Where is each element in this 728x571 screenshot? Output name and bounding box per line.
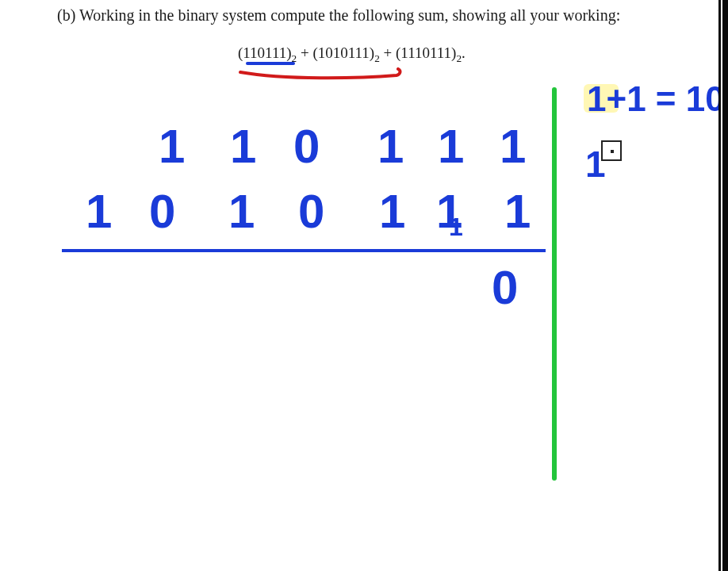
formula-term-c: (1110111) <box>396 44 456 61</box>
question-block: (b) Working in the binary system compute… <box>79 5 634 25</box>
vertical-divider <box>552 87 557 481</box>
hand-digit: 1 <box>86 184 112 239</box>
formula-sub-b: 2 <box>374 52 380 64</box>
right-border <box>718 0 728 571</box>
underline-red-icon <box>238 67 404 82</box>
formula-term-b: (1010111) <box>312 44 374 61</box>
hand-digit: 1 <box>230 119 256 174</box>
hand-digit: 1 <box>377 119 404 174</box>
addition-line <box>62 249 546 252</box>
hand-digit: 1 <box>500 119 526 174</box>
formula-plus-2: + <box>380 44 396 61</box>
underline-blue <box>246 62 295 65</box>
formula-end: . <box>462 44 466 61</box>
result-digit: 0 <box>492 260 518 315</box>
carry-mark: 1 <box>449 213 463 242</box>
hand-digit: 1 <box>504 184 531 239</box>
page-canvas: (b) Working in the binary system compute… <box>0 0 718 571</box>
hand-digit: 1 <box>379 184 405 239</box>
hand-digit: 1 <box>159 119 185 174</box>
formula-term-a: (110111) <box>238 44 292 61</box>
hand-digit: 0 <box>293 119 320 174</box>
hand-digit: 0 <box>149 184 175 239</box>
hand-digit: 0 <box>298 184 324 239</box>
question-label: (b) <box>57 5 75 25</box>
cursor-box-icon[interactable] <box>601 140 622 161</box>
hand-digit: 1 <box>438 119 464 174</box>
formula-plus-1: + <box>297 44 312 61</box>
question-text: Working in the binary system compute the… <box>79 6 620 24</box>
hand-digit: 1 <box>228 184 255 239</box>
side-note: 1+1 = 10 <box>587 79 725 119</box>
